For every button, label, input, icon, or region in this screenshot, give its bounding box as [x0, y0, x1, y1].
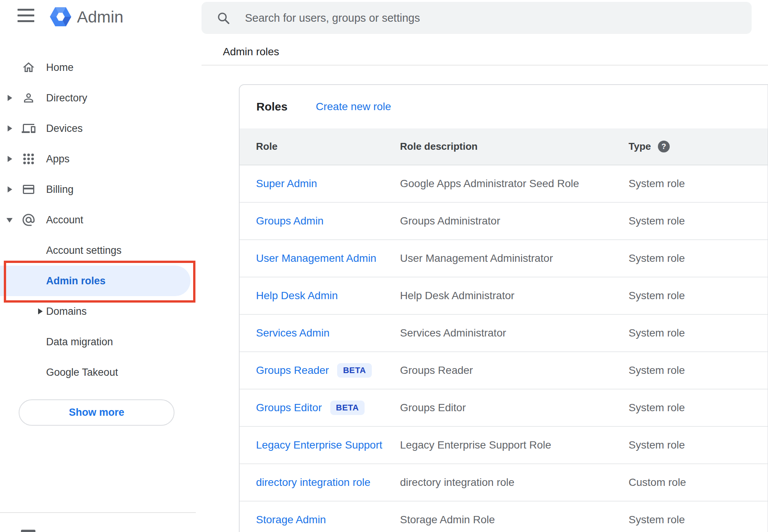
- table-row: Groups AdminGroups AdministratorSystem r…: [240, 203, 768, 240]
- sidebar-item-label: Billing: [46, 184, 74, 195]
- sidebar-item-directory[interactable]: Directory: [0, 83, 196, 113]
- sidebar-item-devices[interactable]: Devices: [0, 113, 196, 144]
- search-input[interactable]: [245, 2, 740, 34]
- role-link[interactable]: directory integration role: [256, 476, 370, 488]
- apps-icon: [21, 152, 36, 166]
- table-row: Help Desk AdminHelp Desk AdministratorSy…: [240, 277, 768, 315]
- sidebar-item-account-settings[interactable]: Account settings: [0, 235, 196, 266]
- role-description-cell: Legacy Enterprise Support Role: [400, 439, 629, 451]
- expand-caret-icon[interactable]: [8, 186, 12, 192]
- role-link[interactable]: Services Admin: [256, 327, 330, 339]
- role-type-cell: System role: [629, 364, 768, 377]
- role-type-cell: System role: [629, 178, 768, 190]
- section-title: Roles: [256, 85, 288, 128]
- table-row: Storage AdminStorage Admin RoleSystem ro…: [240, 502, 768, 532]
- sidebar-item-label: Directory: [46, 92, 87, 104]
- create-new-role-link[interactable]: Create new role: [316, 85, 391, 128]
- role-link[interactable]: Help Desk Admin: [256, 290, 338, 301]
- table-row: Groups ReaderBETAGroups ReaderSystem rol…: [240, 352, 768, 389]
- expand-caret-icon[interactable]: [8, 95, 12, 101]
- sidebar: Admin Home Directory Devices: [0, 0, 196, 532]
- role-link[interactable]: Groups Reader: [256, 364, 329, 376]
- column-header-type: Type ?: [629, 141, 768, 152]
- sidebar-item-billing[interactable]: Billing: [0, 174, 196, 205]
- role-cell: Storage Admin: [256, 514, 400, 526]
- role-description-cell: Google Apps Administrator Seed Role: [400, 178, 629, 190]
- breadcrumb: Admin roles: [223, 46, 279, 58]
- role-cell: Help Desk Admin: [256, 290, 400, 302]
- menu-icon[interactable]: [18, 9, 34, 23]
- sidebar-item-label: Google Takeout: [46, 367, 118, 378]
- sidebar-item-label: Home: [46, 62, 74, 74]
- role-link[interactable]: Groups Admin: [256, 215, 323, 227]
- sidebar-bottom-divider: [0, 512, 196, 513]
- show-more-button[interactable]: Show more: [19, 399, 174, 426]
- column-header-description: Role description: [400, 141, 629, 152]
- beta-badge: BETA: [330, 401, 365, 415]
- directory-icon: [21, 91, 36, 105]
- account-icon: [21, 213, 36, 227]
- expand-caret-icon[interactable]: [38, 308, 43, 314]
- table-row: directory integration roledirectory inte…: [240, 464, 768, 502]
- role-type-cell: System role: [629, 514, 768, 526]
- role-link[interactable]: Storage Admin: [256, 514, 326, 526]
- admin-logo-icon: [49, 5, 72, 29]
- role-cell: Groups Admin: [256, 215, 400, 227]
- role-type-cell: System role: [629, 402, 768, 414]
- role-type-cell: System role: [629, 327, 768, 339]
- expand-caret-icon[interactable]: [8, 156, 12, 162]
- beta-badge: BETA: [337, 363, 371, 378]
- search-icon: [216, 11, 230, 25]
- sidebar-item-google-takeout[interactable]: Google Takeout: [0, 357, 196, 388]
- billing-icon: [21, 182, 36, 197]
- sidebar-item-domains[interactable]: Domains: [0, 296, 196, 327]
- sidebar-item-label: Data migration: [46, 336, 113, 348]
- sidebar-nav: Home Directory Devices: [0, 52, 196, 388]
- role-cell: Super Admin: [256, 178, 400, 190]
- role-type-cell: System role: [629, 215, 768, 227]
- column-header-type-label: Type: [629, 141, 651, 152]
- sidebar-item-admin-roles[interactable]: Admin roles: [0, 266, 190, 296]
- role-description-cell: User Management Administrator: [400, 252, 629, 264]
- home-icon: [21, 60, 36, 75]
- role-cell: User Management Admin: [256, 252, 400, 264]
- collapse-caret-icon[interactable]: [6, 218, 13, 223]
- role-type-cell: System role: [629, 290, 768, 302]
- roles-card: Roles Create new role Role Role descript…: [239, 84, 768, 532]
- role-description-cell: Storage Admin Role: [400, 514, 629, 526]
- table-row: Legacy Enterprise SupportLegacy Enterpri…: [240, 427, 768, 464]
- search-bar[interactable]: [202, 2, 752, 34]
- role-type-cell: Custom role: [629, 476, 768, 489]
- sidebar-item-apps[interactable]: Apps: [0, 144, 196, 174]
- roles-table-body: Super AdminGoogle Apps Administrator See…: [240, 165, 768, 532]
- expand-caret-icon[interactable]: [8, 125, 12, 131]
- cutoff-icon: [21, 530, 35, 532]
- role-description-cell: directory integration role: [400, 476, 629, 489]
- table-row: Groups EditorBETAGroups EditorSystem rol…: [240, 389, 768, 427]
- sidebar-item-label: Account settings: [46, 245, 122, 256]
- table-row: Super AdminGoogle Apps Administrator See…: [240, 165, 768, 203]
- role-cell: Services Admin: [256, 327, 400, 339]
- devices-icon: [21, 121, 36, 136]
- role-type-cell: System role: [629, 252, 768, 264]
- sidebar-item-label: Admin roles: [46, 275, 106, 287]
- role-description-cell: Groups Reader: [400, 364, 629, 377]
- product-title: Admin: [77, 5, 123, 29]
- table-row: User Management AdminUser Management Adm…: [240, 240, 768, 277]
- sidebar-item-label: Account: [46, 214, 83, 226]
- sidebar-item-home[interactable]: Home: [0, 52, 196, 83]
- role-cell: directory integration role: [256, 476, 400, 489]
- role-cell: Groups ReaderBETA: [256, 363, 400, 378]
- role-link[interactable]: Legacy Enterprise Support: [256, 439, 382, 451]
- help-icon[interactable]: ?: [658, 141, 670, 152]
- sidebar-item-data-migration[interactable]: Data migration: [0, 327, 196, 357]
- role-link[interactable]: Super Admin: [256, 178, 317, 189]
- role-link[interactable]: User Management Admin: [256, 252, 376, 264]
- sidebar-item-label: Apps: [46, 153, 70, 165]
- role-link[interactable]: Groups Editor: [256, 402, 322, 413]
- role-description-cell: Groups Editor: [400, 402, 629, 414]
- sidebar-item-account[interactable]: Account: [0, 205, 196, 235]
- column-header-role: Role: [256, 141, 400, 152]
- sidebar-item-label: Devices: [46, 123, 83, 135]
- role-cell: Groups EditorBETA: [256, 401, 400, 415]
